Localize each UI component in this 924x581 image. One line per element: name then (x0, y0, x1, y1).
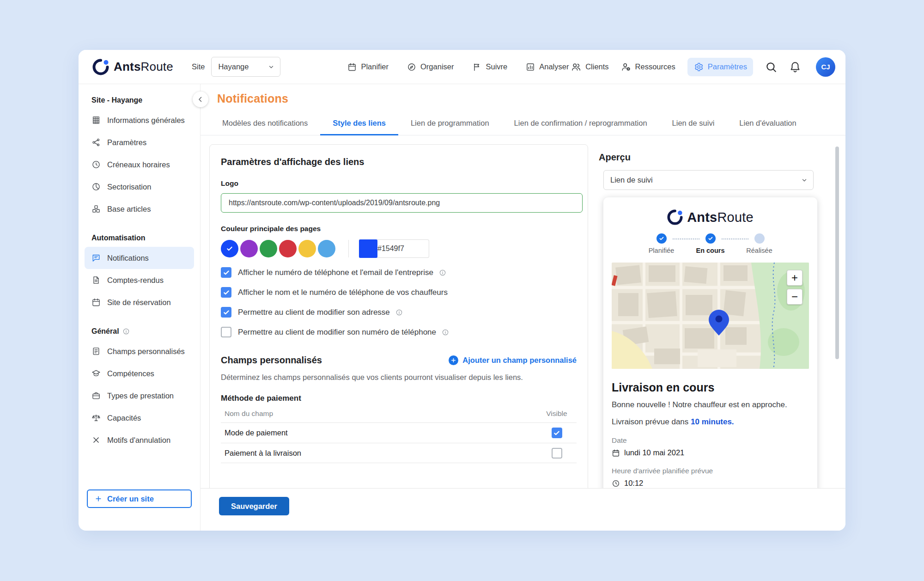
calendar-icon (347, 62, 357, 72)
nav-organiser[interactable]: Organiser (407, 62, 454, 72)
nav-planifier[interactable]: Planifier (347, 62, 389, 72)
brand-logo: AntsRoute (92, 59, 173, 75)
right-nav: Clients Ressources Paramètres CJ (571, 57, 835, 77)
sidebar-item-notifications[interactable]: Notifications (85, 247, 194, 269)
sidebar-item-site-de-reservation[interactable]: Site de réservation (85, 291, 194, 313)
swatch-lightblue[interactable] (318, 240, 335, 257)
checkbox[interactable] (552, 428, 562, 438)
avatar[interactable]: CJ (816, 57, 835, 77)
date-value: lundi 10 mai 2021 (624, 448, 684, 457)
tab-lien-evaluation[interactable]: Lien d'évaluation (727, 111, 808, 135)
preview-link-select[interactable]: Lien de suivi (603, 170, 814, 190)
nav-suivre-label: Suivre (486, 62, 507, 71)
sidebar-item-sectorisation[interactable]: Sectorisation (85, 176, 194, 198)
plus-icon (94, 495, 103, 503)
sidebar-item-label: Capacités (107, 414, 141, 422)
sidebar-item-champs-personnalises[interactable]: Champs personnalisés (85, 340, 194, 362)
step-done-icon (657, 233, 667, 244)
sidebar-item-informations-generales[interactable]: Informations générales (85, 109, 194, 131)
checkbox[interactable] (221, 287, 231, 298)
field-name: Mode de paiement (225, 428, 288, 437)
nav-clients[interactable]: Clients (571, 62, 608, 72)
step-label: Planifiée (649, 247, 675, 254)
nodes-icon (91, 138, 101, 147)
add-custom-field-link[interactable]: Ajouter un champ personnalisé (449, 355, 577, 365)
eta-prefix: Livraison prévue dans (612, 417, 688, 426)
flag-icon (472, 62, 481, 72)
swatch-red[interactable] (279, 240, 297, 257)
create-site-button[interactable]: Créer un site (87, 489, 192, 508)
zoom-out-button[interactable]: − (787, 289, 802, 305)
nav-organiser-label: Organiser (420, 62, 454, 71)
checkbox[interactable] (221, 327, 231, 337)
graduation-icon (91, 369, 101, 378)
delivery-eta: Livraison prévue dans 10 minutes. (612, 417, 809, 427)
tab-style-des-liens[interactable]: Style des liens (320, 111, 398, 135)
sidebar-item-base-articles[interactable]: Base articles (85, 198, 194, 220)
column-visible-header: Visible (541, 410, 573, 418)
sidebar-item-creneaux-horaires[interactable]: Créneaux horaires (85, 153, 194, 176)
sidebar-item-parametres[interactable]: Paramètres (85, 131, 194, 153)
tab-modeles-des-notifications[interactable]: Modèles des notifications (210, 111, 320, 135)
plus-circle-icon (449, 355, 458, 365)
option-show-company-contact: Afficher le numéro de téléphone et l'ema… (221, 267, 577, 278)
add-custom-field-label: Ajouter un champ personnalisé (462, 356, 577, 365)
settings-title: Paramètres d'affichage des liens (221, 157, 577, 167)
modules-icon (91, 204, 101, 214)
sidebar-item-capacites[interactable]: Capacités (85, 407, 194, 429)
swatch-purple[interactable] (240, 240, 258, 257)
site-label: Site (192, 62, 205, 71)
swatch-yellow[interactable] (298, 240, 316, 257)
antsroute-logo-icon (667, 209, 683, 225)
site-select[interactable]: Hayange (211, 57, 280, 77)
collapse-sidebar-button[interactable] (193, 92, 208, 107)
gear-icon (693, 62, 704, 72)
option-label: Permettre au client de modifier son adre… (238, 308, 390, 317)
arrival-time-label: Heure d'arrivée planifiée prévue (612, 467, 809, 475)
info-icon[interactable] (439, 269, 446, 276)
step-done-icon (705, 233, 716, 244)
tab-lien-de-suivi[interactable]: Lien de suivi (660, 111, 727, 135)
logo-url-input[interactable] (221, 193, 583, 213)
table-header: Nom du champ Visible (221, 410, 577, 422)
nav-analyser[interactable]: Analyser (526, 62, 569, 72)
info-icon[interactable] (395, 309, 403, 316)
info-icon[interactable] (442, 329, 449, 336)
save-button[interactable]: Sauvegarder (219, 497, 289, 515)
sidebar-item-motifs-annulation[interactable]: Motifs d'annulation (85, 429, 194, 451)
sidebar-item-competences[interactable]: Compétences (85, 362, 194, 385)
sidebar-section-automatisation: Automatisation (79, 234, 200, 242)
sidebar-item-types-de-prestation[interactable]: Types de prestation (85, 385, 194, 407)
swatch-blue[interactable] (221, 240, 238, 257)
map-art (612, 263, 809, 369)
search-icon[interactable] (765, 61, 777, 73)
cross-icon (91, 435, 101, 445)
bell-icon[interactable] (789, 61, 801, 73)
checkbox[interactable] (221, 307, 231, 318)
tab-lien-de-programmation[interactable]: Lien de programmation (398, 111, 502, 135)
building-icon (91, 116, 101, 125)
sidebar-item-label: Site de réservation (107, 298, 171, 307)
sidebar-section-general: Général (79, 327, 200, 336)
sidebar-item-comptes-rendus[interactable]: Comptes-rendus (85, 269, 194, 291)
selected-color-preview[interactable] (359, 239, 377, 258)
nav-ressources[interactable]: Ressources (621, 62, 675, 72)
antsroute-logo-icon (92, 59, 109, 75)
zoom-in-button[interactable]: + (787, 270, 802, 286)
checkbox[interactable] (552, 448, 562, 459)
option-label: Permettre au client de modifier son numé… (238, 328, 436, 337)
page-title: Notifications (217, 92, 845, 105)
chevron-left-icon (196, 95, 205, 104)
sidebar-item-label: Notifications (107, 254, 149, 263)
tab-lien-de-confirmation[interactable]: Lien de confirmation / reprogrammation (502, 111, 660, 135)
nav-parametres[interactable]: Paramètres (687, 58, 753, 76)
checkbox[interactable] (221, 267, 231, 278)
nav-suivre[interactable]: Suivre (472, 62, 507, 72)
logo-label: Logo (221, 179, 577, 188)
nav-ressources-label: Ressources (635, 62, 675, 71)
preview-title: Aperçu (599, 152, 818, 163)
sidebar-item-label: Compétences (107, 369, 154, 378)
vertical-scrollbar-thumb[interactable] (835, 147, 839, 359)
preview-brand-name: AntsRoute (687, 210, 754, 225)
swatch-green[interactable] (260, 240, 277, 257)
